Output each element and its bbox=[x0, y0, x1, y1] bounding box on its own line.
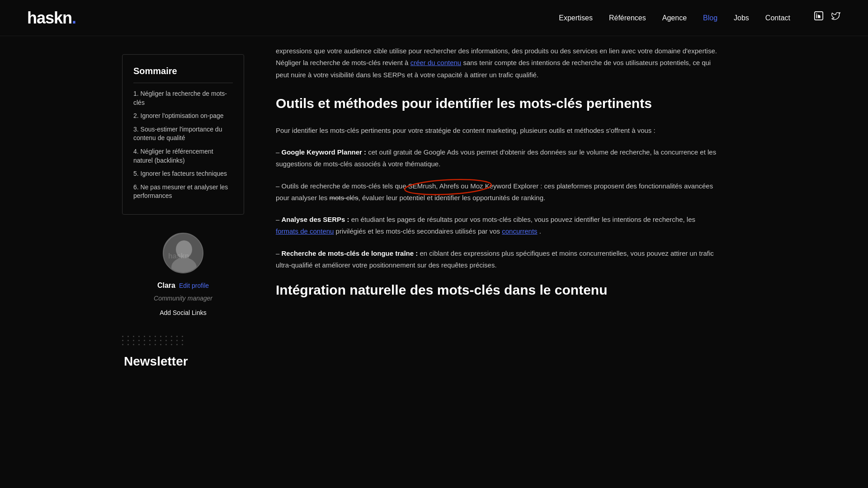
avatar-image: haskn bbox=[164, 234, 203, 272]
nav-references[interactable]: Références bbox=[609, 12, 646, 24]
bullet3-text1: en étudiant les pages de résultats pour … bbox=[349, 216, 695, 223]
intro-link[interactable]: créer du contenu bbox=[410, 59, 462, 66]
site-header: haskn. Expertises Références Agence Blog… bbox=[0, 0, 868, 36]
sommaire-item-3[interactable]: 3. Sous-estimer l'importance du contenu … bbox=[133, 125, 233, 143]
bullet-item-1: – Google Keyword Planner : cet outil gra… bbox=[276, 146, 719, 170]
newsletter-title: Newsletter bbox=[122, 352, 244, 372]
bullet3-text2: privilégiés et les mots-clés secondaires… bbox=[334, 227, 502, 235]
page-container: Sommaire 1. Négliger la recherche de mot… bbox=[95, 36, 773, 404]
bullet3-period: . bbox=[538, 227, 541, 235]
nav-social-icons bbox=[814, 11, 841, 25]
author-name: Clara bbox=[157, 280, 175, 291]
nav-contact[interactable]: Contact bbox=[765, 12, 790, 24]
bullet2-prefix: Outils de recherche de mots-clés tels qu… bbox=[282, 182, 408, 190]
bullet1-dash: – bbox=[276, 148, 282, 156]
circled-text: SEMrush, Ahrefs ou bbox=[408, 182, 471, 190]
main-content: expressions que votre audience cible uti… bbox=[258, 45, 755, 385]
bullet-item-3: – Analyse des SERPs : en étudiant les pa… bbox=[276, 214, 719, 238]
bullet3-dash: – bbox=[276, 216, 282, 223]
intro-paragraph: expressions que votre audience cible uti… bbox=[276, 45, 719, 81]
section2-heading: Intégration naturelle des mots-clés dans… bbox=[276, 281, 719, 299]
bullet3-label: Analyse des SERPs : bbox=[282, 216, 349, 223]
linkedin-icon[interactable] bbox=[814, 11, 824, 25]
sommaire-title: Sommaire bbox=[133, 64, 233, 83]
bullet2-end: , évaluer leur potentiel et identifier l… bbox=[359, 194, 546, 202]
twitter-icon[interactable] bbox=[831, 11, 841, 25]
mots-cles-strikethrough: mots-clés bbox=[329, 194, 358, 202]
nav-expertises[interactable]: Expertises bbox=[559, 12, 593, 24]
svg-text:haskn: haskn bbox=[168, 252, 189, 260]
logo-text: haskn bbox=[27, 9, 72, 27]
bullet-item-2: – Outils de recherche de mots-clés tels … bbox=[276, 180, 719, 204]
section1-heading: Outils et méthodes pour identifier les m… bbox=[276, 94, 719, 112]
sommaire-item-2[interactable]: 2. Ignorer l'optimisation on-page bbox=[133, 112, 233, 121]
bullet4-label: Recherche de mots-clés de longue traîne … bbox=[282, 249, 418, 257]
sommaire-list: 1. Négliger la recherche de mots-clés 2.… bbox=[133, 89, 233, 201]
bullet1-label: Google Keyword Planner : bbox=[282, 148, 367, 156]
bullet2-dash: – bbox=[276, 182, 282, 190]
semrush-text: SEMrush, Ahrefs ou bbox=[408, 182, 468, 190]
main-nav: Expertises Références Agence Blog Jobs C… bbox=[559, 11, 841, 25]
add-social-button[interactable]: Add Social Links bbox=[160, 308, 207, 318]
edit-profile-link[interactable]: Edit profile bbox=[179, 281, 209, 291]
sommaire-item-6[interactable]: 6. Ne pas mesurer et analyser les perfor… bbox=[133, 183, 233, 201]
author-name-row: Clara Edit profile bbox=[157, 280, 209, 291]
author-box: haskn Clara Edit profile Community manag… bbox=[122, 228, 244, 327]
bullet4-dash: – bbox=[276, 249, 282, 257]
avatar: haskn bbox=[163, 233, 203, 273]
site-logo[interactable]: haskn. bbox=[27, 5, 76, 31]
bullet3-link1[interactable]: formats de contenu bbox=[276, 227, 334, 235]
intro-body: Pour identifier les mots-clés pertinents… bbox=[276, 125, 719, 136]
nav-agence[interactable]: Agence bbox=[662, 12, 687, 24]
bullet-item-4: – Recherche de mots-clés de longue traîn… bbox=[276, 248, 719, 272]
author-role: Community manager bbox=[154, 293, 212, 303]
nav-jobs[interactable]: Jobs bbox=[734, 12, 749, 24]
bullet3-link2[interactable]: concurrents bbox=[502, 227, 537, 235]
sommaire-box: Sommaire 1. Négliger la recherche de mot… bbox=[122, 54, 244, 215]
sommaire-item-4[interactable]: 4. Négliger le référencement naturel (ba… bbox=[133, 147, 233, 165]
dots-decoration bbox=[122, 327, 244, 352]
sidebar: Sommaire 1. Négliger la recherche de mot… bbox=[95, 45, 258, 385]
sommaire-item-5[interactable]: 5. Ignorer les facteurs techniques bbox=[133, 169, 233, 178]
logo-dot: . bbox=[72, 9, 76, 27]
nav-blog[interactable]: Blog bbox=[703, 12, 717, 24]
sommaire-item-1[interactable]: 1. Négliger la recherche de mots-clés bbox=[133, 89, 233, 107]
